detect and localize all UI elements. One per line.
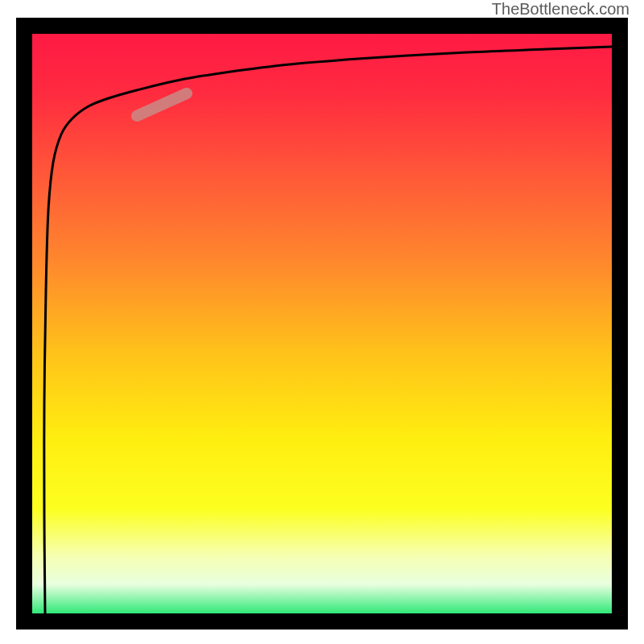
plot-border-bottom [16, 613, 628, 630]
plot-border-left [16, 18, 32, 630]
plot-frame [16, 18, 628, 630]
plot-border-right [612, 18, 628, 630]
chart-canvas: TheBottleneck.com [0, 0, 644, 644]
curve-layer [32, 34, 612, 613]
bottleneck-curve [44, 47, 612, 613]
attribution-text: TheBottleneck.com [492, 0, 630, 19]
plot-border-top [16, 18, 628, 34]
highlight-pill [137, 93, 187, 116]
